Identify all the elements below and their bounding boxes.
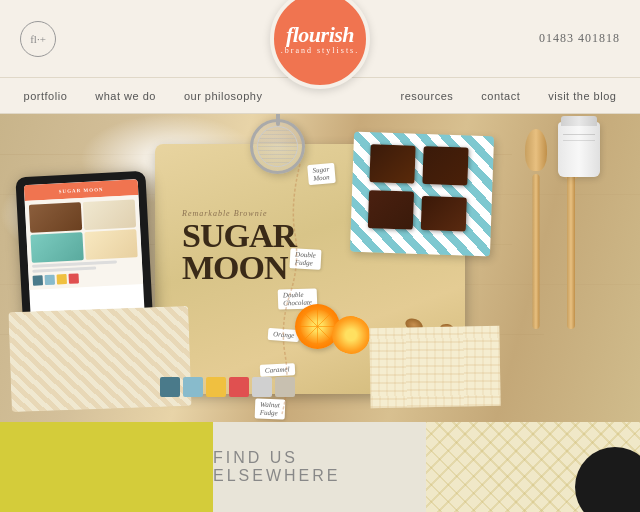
- nav-item-portfolio[interactable]: portfolio: [10, 90, 82, 102]
- nav-item-resources[interactable]: resources: [386, 90, 467, 102]
- wooden-spoon-back: [522, 129, 550, 329]
- swatch-3: [206, 377, 226, 397]
- swatch-6: [275, 377, 295, 397]
- white-jar: [558, 122, 600, 177]
- nav-item-our-philosophy[interactable]: our philosophy: [170, 90, 277, 102]
- swatch-2: [183, 377, 203, 397]
- phone-number: 01483 401818: [539, 31, 620, 46]
- tablet-title: SUGAR MOON: [59, 186, 104, 193]
- find-us-elsewhere-text: FIND US ELSEWHERE: [213, 449, 426, 485]
- swatch-5: [252, 377, 272, 397]
- fl-badge[interactable]: fl·+: [20, 21, 56, 57]
- bottom-right-chevron: [426, 422, 640, 512]
- brownie-box: [350, 132, 494, 257]
- bottom-section: FIND US ELSEWHERE: [0, 422, 640, 512]
- nav-item-what-we-do[interactable]: what we do: [81, 90, 170, 102]
- color-swatches: [160, 377, 295, 397]
- patterned-paper: [369, 326, 500, 408]
- logo[interactable]: flourish .brand stylists.: [270, 0, 370, 89]
- badge-text: fl·+: [30, 33, 46, 45]
- header: fl·+ flourish .brand stylists. 01483 401…: [0, 0, 640, 78]
- bottom-left-yellow: [0, 422, 213, 512]
- logo-tagline: .brand stylists.: [281, 46, 359, 55]
- swatch-4: [229, 377, 249, 397]
- nav-item-contact[interactable]: contact: [467, 90, 534, 102]
- hero-section: SUGAR MOON: [0, 114, 640, 422]
- swatch-1: [160, 377, 180, 397]
- bottom-center-find-us: FIND US ELSEWHERE: [213, 422, 426, 512]
- nav-item-blog[interactable]: visit the blog: [534, 90, 630, 102]
- jar-lid: [561, 116, 597, 126]
- tablet-content: [25, 195, 144, 290]
- logo-text: flourish: [286, 22, 354, 48]
